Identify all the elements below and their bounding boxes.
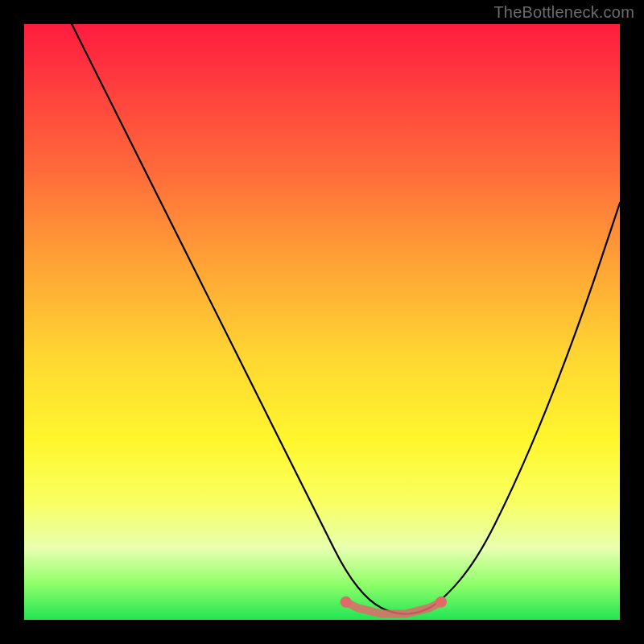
basin-smear — [346, 602, 441, 614]
basin-markers — [341, 597, 447, 614]
basin-end-dot — [341, 597, 352, 608]
basin-end-dot — [436, 597, 447, 608]
bottleneck-curve — [72, 24, 620, 614]
chart-frame: TheBottleneck.com — [0, 0, 644, 644]
watermark-text: TheBottleneck.com — [493, 3, 634, 22]
plot-area — [24, 24, 620, 620]
bottleneck-curve-path — [72, 24, 620, 614]
bottleneck-curve-svg — [24, 24, 620, 620]
